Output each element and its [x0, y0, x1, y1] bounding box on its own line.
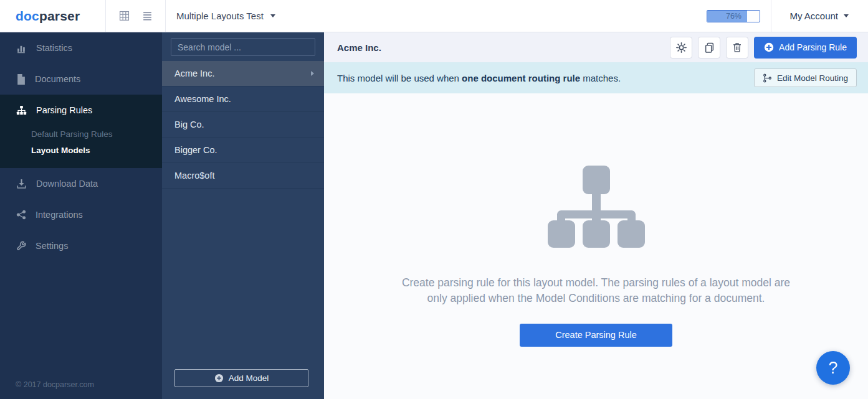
quota-progress-bar[interactable]: 76% [707, 10, 760, 22]
list-view-icon[interactable] [142, 11, 153, 21]
model-item-macrosoft[interactable]: Macro$oft [162, 163, 324, 189]
model-item-label: Acme Inc. [174, 68, 214, 78]
sidebar-item-label: Download Data [36, 179, 98, 189]
add-parsing-rule-label: Add Parsing Rule [779, 42, 847, 52]
help-button[interactable]: ? [816, 351, 850, 385]
model-item-label: Bigger Co. [174, 145, 217, 155]
model-item-bigger-co[interactable]: Bigger Co. [162, 138, 324, 163]
routing-info-text: This model will be used when one documen… [337, 73, 621, 83]
share-icon [16, 210, 26, 220]
model-search-wrap [162, 32, 324, 61]
model-item-awesome[interactable]: Awesome Inc. [162, 87, 324, 112]
chevron-down-icon [844, 14, 849, 17]
trash-icon [732, 42, 742, 52]
main-content: Acme Inc. [324, 32, 868, 399]
sidebar-item-label: Parsing Rules [36, 105, 92, 115]
logo-part-parser: parser [39, 9, 80, 23]
edit-model-routing-label: Edit Model Routing [777, 73, 848, 83]
document-selector[interactable]: Multiple Layouts Test [176, 11, 275, 21]
model-item-big-co[interactable]: Big Co. [162, 112, 324, 138]
model-item-acme[interactable]: Acme Inc. [162, 61, 324, 87]
sidebar-subitem-default-parsing-rules[interactable]: Default Parsing Rules [0, 126, 162, 142]
plus-circle-icon [764, 42, 774, 52]
sidebar-active-section: Parsing Rules Default Parsing Rules Layo… [0, 95, 162, 168]
bar-chart-icon [16, 43, 27, 54]
model-header-bar: Acme Inc. [324, 32, 868, 62]
copyright-text: © 2017 docparser.com [16, 380, 94, 389]
model-actions: Add Parsing Rule [670, 37, 857, 59]
document-icon [16, 74, 26, 85]
selected-model-arrow-icon [311, 71, 314, 76]
sidebar-item-label: Statistics [36, 43, 72, 53]
sidebar-item-label: Settings [36, 241, 68, 251]
top-header: docparser Multiple Layouts Test 76% My A… [0, 0, 868, 32]
my-account-menu[interactable]: My Account [771, 0, 868, 32]
routing-info-bar: This model will be used when one documen… [324, 62, 868, 93]
chevron-down-icon [270, 14, 275, 17]
progress-label: 76% [707, 11, 760, 22]
model-settings-button[interactable] [670, 37, 692, 59]
model-item-label: Big Co. [174, 120, 204, 129]
sidebar-item-label: Documents [35, 74, 80, 84]
model-list: Acme Inc. Awesome Inc. Big Co. Bigger Co… [162, 61, 324, 189]
question-mark-icon: ? [828, 359, 837, 378]
branch-icon [763, 73, 772, 83]
sidebar-item-statistics[interactable]: Statistics [0, 32, 162, 63]
plus-circle-icon [214, 373, 224, 383]
empty-state: Create parsing rule for this layout mode… [324, 93, 868, 399]
sitemap-icon [16, 105, 27, 116]
copy-icon [704, 42, 715, 53]
layout-model-sitemap-icon [546, 166, 646, 248]
sidebar-item-settings[interactable]: Settings [0, 230, 162, 261]
model-search-input[interactable] [171, 38, 315, 56]
edit-model-routing-button[interactable]: Edit Model Routing [754, 68, 857, 87]
grid-view-icon[interactable] [119, 11, 130, 21]
add-model-label: Add Model [229, 373, 269, 383]
main-sidebar: Statistics Documents Parsing Rules Defau… [0, 32, 162, 399]
sidebar-item-integrations[interactable]: Integrations [0, 199, 162, 230]
duplicate-model-button[interactable] [698, 37, 720, 59]
create-parsing-rule-button[interactable]: Create Parsing Rule [520, 324, 672, 347]
document-title: Multiple Layouts Test [176, 11, 264, 21]
sidebar-subitem-layout-models[interactable]: Layout Models [0, 142, 162, 158]
model-item-label: Macro$oft [174, 171, 214, 181]
sidebar-item-parsing-rules[interactable]: Parsing Rules [0, 95, 162, 126]
add-parsing-rule-button[interactable]: Add Parsing Rule [754, 37, 857, 59]
model-item-label: Awesome Inc. [174, 94, 231, 104]
delete-model-button[interactable] [726, 37, 748, 59]
view-switcher [106, 0, 166, 32]
sidebar-item-download-data[interactable]: Download Data [0, 168, 162, 199]
selected-model-title: Acme Inc. [337, 42, 381, 53]
layout-models-panel: Acme Inc. Awesome Inc. Big Co. Bigger Co… [162, 32, 324, 399]
wrench-icon [16, 241, 26, 251]
sidebar-item-label: Integrations [36, 210, 83, 220]
gear-icon [676, 42, 687, 53]
add-model-button[interactable]: Add Model [174, 369, 308, 387]
download-icon [16, 179, 27, 189]
my-account-label: My Account [789, 11, 838, 21]
sidebar-item-documents[interactable]: Documents [0, 63, 162, 95]
routing-info-bold: one document routing rule [462, 73, 580, 83]
logo-part-doc: doc [16, 9, 39, 23]
empty-state-description: Create parsing rule for this layout mode… [393, 275, 799, 306]
logo-area: docparser [0, 0, 106, 32]
docparser-logo[interactable]: docparser [16, 9, 80, 24]
